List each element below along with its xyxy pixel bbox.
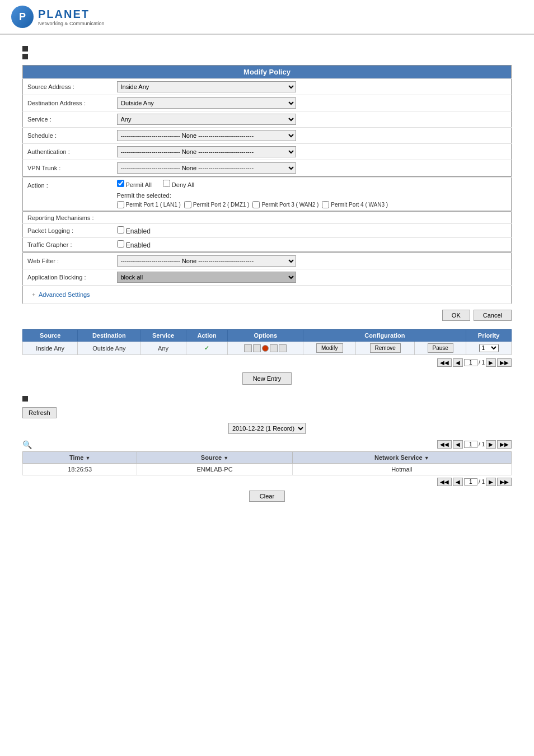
authentication-select[interactable]: ----------------------------- None -----… [117, 146, 296, 157]
port-1-checkbox[interactable] [117, 201, 124, 208]
log-bottom-prev-button[interactable]: ◀ [453, 478, 463, 486]
packet-logging-label: Packet Logging : [23, 224, 113, 238]
log-th-time[interactable]: Time ▼ [23, 452, 137, 464]
source-address-select[interactable]: Inside Any [117, 81, 296, 92]
clear-button[interactable]: Clear [249, 491, 285, 502]
port-2-option[interactable]: Permit Port 2 ( DMZ1 ) [184, 201, 250, 208]
destination-address-select[interactable]: Outside Any [117, 97, 296, 109]
option-icon-4 [270, 344, 278, 352]
app-blocking-select[interactable]: block all [117, 272, 296, 283]
traffic-grapher-cell[interactable]: Enabled [113, 238, 512, 253]
deny-all-label[interactable]: Deny All [163, 181, 194, 188]
last-page-button[interactable]: ▶▶ [497, 358, 512, 367]
th-configuration[interactable]: Configuration [303, 330, 466, 342]
modify-policy-table: Modify Policy Source Address : Inside An… [22, 65, 512, 304]
log-th-source[interactable]: Source ▼ [137, 452, 292, 464]
port-3-option[interactable]: Permit Port 3 ( WAN2 ) [252, 201, 318, 208]
permit-selected-section: Permit the selected: Permit Port 1 ( LAN… [117, 192, 507, 208]
new-entry-button[interactable]: New Entry [242, 372, 292, 385]
app-blocking-cell[interactable]: block all [113, 269, 512, 286]
service-select[interactable]: Any [117, 114, 296, 125]
td-service: Any [140, 342, 186, 355]
prev-page-button[interactable]: ◀ [453, 358, 463, 367]
logo-sub-label: Networking & Communication [38, 21, 105, 26]
service-cell[interactable]: Any [113, 111, 512, 128]
remove-button[interactable]: Remove [370, 343, 401, 353]
schedule-cell[interactable]: ----------------------------- None -----… [113, 128, 512, 144]
vpn-trunk-select[interactable]: ----------------------------- None -----… [117, 162, 296, 174]
logo-icon: P [11, 6, 34, 28]
schedule-row: Schedule : -----------------------------… [23, 128, 512, 144]
th-destination[interactable]: Destination [78, 330, 140, 342]
advanced-settings-link[interactable]: + Advanced Settings [27, 288, 95, 301]
td-priority[interactable]: 1 [466, 342, 512, 355]
th-action[interactable]: Action [186, 330, 227, 342]
traffic-grapher-checkbox[interactable] [117, 240, 124, 248]
td-pause[interactable]: Pause [415, 342, 466, 355]
refresh-button[interactable]: Refresh [22, 407, 57, 418]
log-bottom-page-total: / 1 [479, 479, 485, 485]
log-source: ENMLAB-PC [137, 464, 292, 475]
ok-button[interactable]: OK [442, 310, 470, 321]
source-address-cell[interactable]: Inside Any [113, 79, 512, 95]
log-last-button[interactable]: ▶▶ [497, 440, 512, 449]
td-remove[interactable]: Remove [356, 342, 415, 355]
port-4-option[interactable]: Permit Port 4 ( WAN3 ) [322, 201, 388, 208]
log-bottom-next-button[interactable]: ▶ [486, 478, 496, 486]
schedule-select[interactable]: ----------------------------- None -----… [117, 130, 296, 141]
web-filter-cell[interactable]: ----------------------------- None -----… [113, 253, 512, 269]
search-icon[interactable]: 🔍 [22, 440, 32, 449]
clear-row: Clear [22, 491, 512, 502]
port-1-option[interactable]: Permit Port 1 ( LAN1 ) [117, 201, 181, 208]
main-content: Modify Policy Source Address : Inside An… [0, 35, 534, 517]
port-4-checkbox[interactable] [322, 201, 329, 208]
next-page-button[interactable]: ▶ [486, 358, 496, 367]
log-first-button[interactable]: ◀◀ [437, 440, 452, 449]
authentication-label: Authentication : [23, 144, 113, 160]
vpn-trunk-cell[interactable]: ----------------------------- None -----… [113, 160, 512, 177]
th-source[interactable]: Source [23, 330, 78, 342]
authentication-cell[interactable]: ----------------------------- None -----… [113, 144, 512, 160]
log-bottom-first-button[interactable]: ◀◀ [437, 478, 452, 486]
log-bottom-last-button[interactable]: ▶▶ [497, 478, 512, 486]
permit-all-label[interactable]: Permit All [117, 181, 154, 188]
deny-all-checkbox[interactable] [163, 180, 170, 187]
priority-select[interactable]: 1 [479, 344, 499, 352]
option-icon-5 [279, 344, 287, 352]
th-service[interactable]: Service [140, 330, 186, 342]
header: P PLANET Networking & Communication [0, 0, 534, 35]
port-2-checkbox[interactable] [184, 201, 191, 208]
logo-area: P PLANET Networking & Communication [11, 6, 105, 28]
packet-logging-checkbox[interactable] [117, 226, 124, 234]
page-input[interactable] [464, 359, 477, 366]
policy-table-header-row: Source Destination Service Action Option… [23, 330, 512, 342]
section-bullets-top [22, 46, 512, 59]
log-time: 18:26:53 [23, 464, 137, 475]
permit-all-checkbox[interactable] [117, 180, 124, 187]
packet-logging-cell[interactable]: Enabled [113, 224, 512, 238]
td-modify[interactable]: Modify [303, 342, 356, 355]
logo-text: PLANET Networking & Communication [38, 8, 105, 26]
log-next-button[interactable]: ▶ [486, 440, 496, 449]
th-options[interactable]: Options [228, 330, 303, 342]
web-filter-select[interactable]: ----------------------------- None -----… [117, 255, 296, 267]
cancel-button[interactable]: Cancel [474, 310, 512, 321]
permit-selected-label: Permit the selected: [117, 192, 507, 199]
pause-button[interactable]: Pause [428, 343, 453, 353]
log-prev-button[interactable]: ◀ [453, 440, 463, 449]
log-page-input[interactable] [464, 441, 477, 448]
table-row: Inside Any Outside Any Any ✓ Modify [23, 342, 512, 355]
log-pagination-bottom: ◀◀ ◀ / 1 ▶ ▶▶ [22, 478, 512, 486]
option-icon-1 [244, 344, 252, 352]
log-th-network-service[interactable]: Network Service ▼ [292, 452, 511, 464]
modify-button[interactable]: Modify [316, 343, 343, 353]
destination-address-cell[interactable]: Outside Any [113, 95, 512, 111]
first-page-button[interactable]: ◀◀ [437, 358, 452, 367]
action-cell: Permit All Deny All Permit the selected:… [113, 178, 512, 212]
port-3-checkbox[interactable] [252, 201, 260, 208]
log-bottom-page-input[interactable] [464, 478, 477, 486]
th-priority[interactable]: Priority [466, 330, 512, 342]
destination-address-label: Destination Address : [23, 95, 113, 111]
date-record-select[interactable]: 2010-12-22 (1 Record) [228, 423, 306, 434]
option-icon-2 [253, 344, 261, 352]
